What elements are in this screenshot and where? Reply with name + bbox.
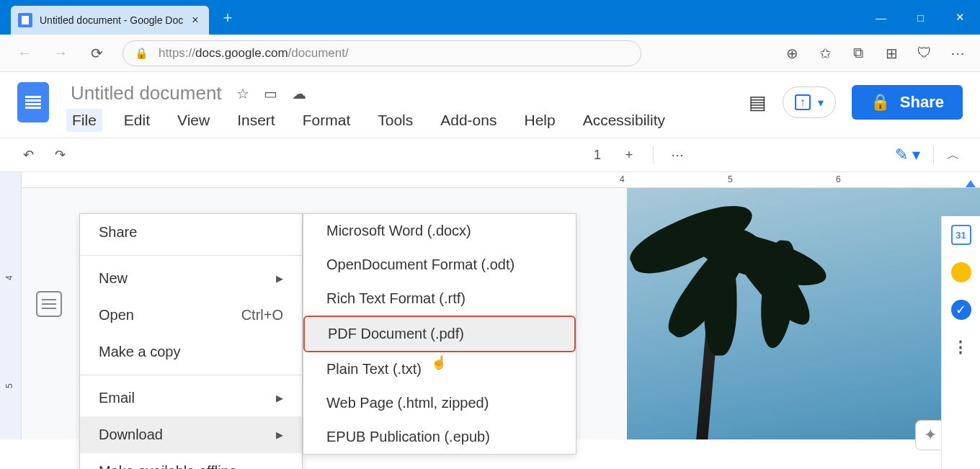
share-label: Share (900, 93, 944, 112)
file-menu-download[interactable]: Download▶ (80, 416, 302, 453)
file-menu-offline[interactable]: Make available offline (80, 453, 302, 469)
docs-toolbar: ↶ ↷ 1 + ⋯ ✎ ▾ ︿ (0, 138, 980, 172)
collections-icon[interactable]: ⊞ (883, 45, 899, 61)
site-info-icon[interactable]: 🔒 (135, 47, 148, 60)
undo-button[interactable]: ↶ (20, 145, 36, 165)
zoom-icon[interactable]: ⊕ (784, 45, 800, 61)
download-pdf[interactable]: PDF Document (.pdf) (303, 316, 576, 352)
favorite-icon[interactable]: ✩ (817, 45, 833, 61)
heading-add[interactable]: + (621, 145, 637, 165)
show-outline-button[interactable] (36, 291, 62, 317)
vruler-tick: 5 (4, 383, 14, 388)
url-input[interactable]: 🔒 https://docs.google.com/document/ (122, 40, 641, 66)
nav-forward-button[interactable]: → (50, 43, 71, 63)
menu-help[interactable]: Help (518, 109, 561, 132)
window-minimize-button[interactable]: — (861, 0, 901, 35)
menu-bar: File Edit View Insert Format Tools Add-o… (66, 109, 749, 132)
side-panel: 31 ✓ ⋮ › (941, 216, 980, 469)
horizontal-ruler: 4 5 6 (22, 172, 980, 188)
open-comments-icon[interactable]: ▤ (749, 91, 767, 114)
docs-logo[interactable] (17, 82, 49, 122)
vruler-tick: 4 (4, 275, 14, 280)
download-docx[interactable]: Microsoft Word (.docx) (303, 214, 576, 248)
share-button[interactable]: 🔒 Share (852, 85, 963, 120)
calendar-addon-icon[interactable]: 31 (951, 225, 971, 245)
move-icon[interactable]: ▭ (264, 85, 277, 102)
download-submenu: Microsoft Word (.docx) OpenDocument Form… (303, 213, 576, 455)
docs-app: Untitled document ☆ ▭ ☁ File Edit View I… (0, 72, 980, 469)
file-menu-share[interactable]: Share (80, 214, 302, 251)
window-close-button[interactable]: ✕ (940, 0, 980, 35)
cloud-status-icon[interactable]: ☁ (292, 85, 306, 102)
redo-button[interactable]: ↷ (52, 145, 68, 165)
url-path: /document/ (288, 46, 349, 61)
browser-titlebar: Untitled document - Google Doc × + — □ ✕ (0, 0, 980, 35)
menu-edit[interactable]: Edit (118, 109, 156, 132)
editing-mode-button[interactable]: ✎ ▾ (895, 146, 920, 164)
more-tools-icon[interactable]: ⋯ (669, 145, 685, 165)
browser-tab[interactable]: Untitled document - Google Doc × (11, 6, 209, 35)
window-maximize-button[interactable]: □ (901, 0, 940, 35)
tab-close-icon[interactable]: × (192, 14, 198, 27)
download-epub[interactable]: EPUB Publication (.epub) (303, 420, 576, 454)
vertical-ruler: 4 5 (0, 172, 22, 439)
lock-icon: 🔒 (870, 93, 890, 112)
menu-format[interactable]: Format (297, 109, 357, 132)
download-txt[interactable]: Plain Text (.txt) (303, 352, 576, 386)
ruler-right-indent-marker[interactable] (966, 180, 976, 187)
submenu-arrow-icon: ▶ (276, 393, 283, 403)
menu-file[interactable]: File (66, 109, 102, 132)
tab-title: Untitled document - Google Doc (40, 14, 183, 26)
menu-addons[interactable]: Add-ons (435, 109, 502, 132)
browser-address-bar: ← → ⟳ 🔒 https://docs.google.com/document… (0, 35, 980, 72)
file-menu-new[interactable]: New▶ (80, 260, 302, 297)
browser-menu-icon[interactable]: ⋯ (950, 45, 966, 61)
extensions-icon[interactable]: ⧉ (850, 45, 866, 61)
star-icon[interactable]: ☆ (236, 85, 249, 102)
url-scheme: https:// (159, 46, 195, 61)
shortcut-label: Ctrl+O (241, 307, 283, 323)
hruler-tick: 5 (728, 174, 733, 184)
submenu-arrow-icon: ▶ (276, 429, 283, 440)
url-host: docs.google.com (195, 46, 288, 61)
present-arrow-icon: ↑ (795, 94, 811, 110)
nav-back-button[interactable]: ← (14, 43, 35, 63)
docs-favicon (18, 13, 32, 27)
download-odt[interactable]: OpenDocument Format (.odt) (303, 248, 576, 282)
tasks-addon-icon[interactable]: ✓ (951, 300, 971, 320)
download-rtf[interactable]: Rich Text Format (.rtf) (303, 282, 576, 316)
document-title[interactable]: Untitled document (71, 82, 222, 104)
heading-level[interactable]: 1 (589, 145, 605, 165)
file-menu-dropdown: Share New▶ OpenCtrl+O Make a copy Email▶… (79, 213, 303, 469)
collapse-header-button[interactable]: ︿ (947, 146, 960, 164)
download-html[interactable]: Web Page (.html, zipped) (303, 386, 576, 420)
file-menu-open[interactable]: OpenCtrl+O (80, 297, 302, 334)
present-caret-icon: ▾ (818, 96, 824, 110)
menu-insert[interactable]: Insert (231, 109, 281, 132)
present-button[interactable]: ↑ ▾ (783, 86, 836, 118)
menu-view[interactable]: View (172, 109, 215, 132)
file-menu-email[interactable]: Email▶ (80, 380, 302, 416)
sidepanel-more-icon[interactable]: ⋮ (951, 337, 971, 357)
nav-refresh-button[interactable]: ⟳ (86, 43, 107, 63)
document-page-image (627, 188, 980, 439)
new-tab-button[interactable]: + (223, 9, 233, 27)
menu-tools[interactable]: Tools (372, 109, 419, 132)
hruler-tick: 6 (836, 174, 841, 184)
file-menu-make-copy[interactable]: Make a copy (80, 334, 302, 370)
menu-accessibility[interactable]: Accessibility (577, 109, 671, 132)
submenu-arrow-icon: ▶ (276, 273, 283, 284)
keep-addon-icon[interactable] (951, 262, 971, 282)
reading-list-icon[interactable]: 🛡 (917, 45, 932, 61)
hruler-tick: 4 (620, 174, 625, 184)
